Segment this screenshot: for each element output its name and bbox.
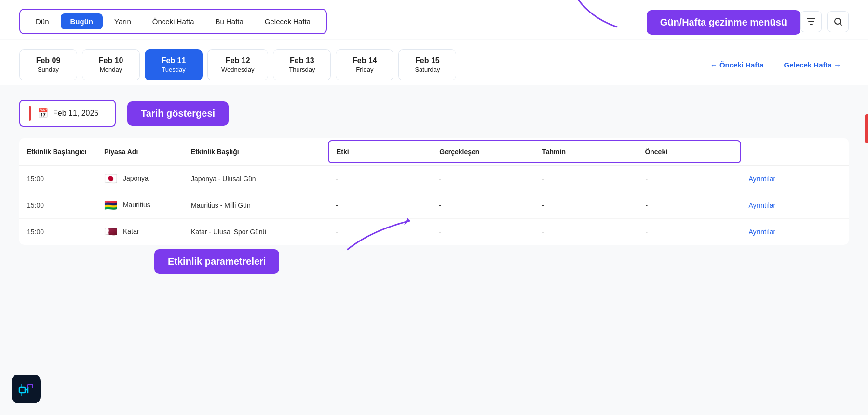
logo	[12, 375, 41, 403]
date-indicator-row: 📅 Feb 11, 2025 Tarih göstergesi	[19, 100, 849, 127]
cell-time: 15:00	[19, 192, 96, 219]
cell-gerceklesen: -	[431, 219, 534, 245]
day-btn-feb-09[interactable]: Feb 09Sunday	[19, 49, 77, 80]
th-onceki: Önceki	[637, 141, 740, 162]
cell-title: Japonya - Ulusal Gün	[183, 166, 328, 192]
cell-onceki: -	[637, 219, 741, 245]
country-name: Mauritius	[123, 201, 150, 209]
tarih-callout: Tarih göstergesi	[127, 101, 229, 126]
cell-tahmin: -	[534, 166, 637, 192]
filter-button[interactable]	[800, 11, 822, 32]
cell-title: Mauritius - Milli Gün	[183, 192, 328, 219]
country-flag: 🇲🇺	[104, 199, 117, 211]
nav-btn-dun[interactable]: Dün	[26, 13, 59, 29]
svg-rect-4	[28, 384, 33, 388]
cell-tahmin: -	[534, 192, 637, 219]
red-bar-indicator	[865, 114, 868, 143]
cell-time: 15:00	[19, 219, 96, 245]
table-row: 15:00 🇶🇦 Katar Katar - Ulusal Spor Günü …	[19, 219, 849, 245]
day-name: Thursday	[289, 66, 315, 73]
cell-gerceklesen: -	[431, 166, 534, 192]
filter-icon	[806, 16, 816, 27]
date-indicator[interactable]: 📅 Feb 11, 2025	[19, 100, 116, 127]
nav-btn-onceki_hafta[interactable]: Önceki Hafta	[143, 13, 204, 29]
day-name: Sunday	[38, 66, 59, 73]
th-etkinlik-basligi: Etkinlik Başlığı	[183, 138, 328, 166]
nav-btn-gelecek_hafta[interactable]: Gelecek Hafta	[255, 13, 320, 29]
nav-btn-bu_hafta[interactable]: Bu Hafta	[205, 13, 253, 29]
week-nav: Feb 09SundayFeb 10MondayFeb 11TuesdayFeb…	[0, 40, 868, 85]
search-icon	[833, 16, 843, 27]
calendar-icon: 📅	[38, 108, 48, 119]
th-etkinlik-baslangici: Etkinlik Başlangıcı	[19, 138, 96, 166]
day-name: Monday	[100, 66, 122, 73]
param-arrow	[333, 216, 429, 254]
gun-hafta-arrow	[569, 0, 627, 32]
country-flag: 🇶🇦	[104, 226, 117, 238]
nav-button-group: DünBugünYarınÖnceki HaftaBu HaftaGelecek…	[19, 9, 327, 34]
table-row: 15:00 🇲🇺 Mauritius Mauritius - Milli Gün…	[19, 192, 849, 219]
cell-tahmin: -	[534, 219, 637, 245]
next-week-button[interactable]: Gelecek Hafta →	[776, 57, 849, 73]
cell-etki: -	[328, 166, 431, 192]
day-btn-feb-12[interactable]: Feb 12Wednesday	[207, 49, 268, 80]
day-date: Feb 13	[290, 56, 314, 65]
day-name: Saturday	[415, 66, 440, 73]
param-annotation-container: Etkinlik parametreleri	[154, 249, 279, 274]
events-table: Etkinlik Başlangıcı Piyasa Adı Etkinlik …	[19, 138, 849, 245]
date-value: Feb 11, 2025	[53, 109, 98, 118]
logo-icon	[17, 380, 35, 398]
cell-etki: -	[328, 192, 431, 219]
day-btn-feb-11[interactable]: Feb 11Tuesday	[145, 49, 203, 80]
th-etki-group: Etki Gerçekleşen Tahmin Önceki	[328, 138, 741, 166]
cell-country: 🇯🇵 Japonya	[96, 166, 183, 192]
th-actions	[741, 138, 849, 166]
table-row: 15:00 🇯🇵 Japonya Japonya - Ulusal Gün - …	[19, 166, 849, 192]
svg-point-0	[835, 18, 841, 24]
cell-country: 🇶🇦 Katar	[96, 219, 183, 245]
th-tahmin: Tahmin	[534, 141, 637, 162]
country-name: Katar	[123, 228, 139, 235]
detail-link[interactable]: Ayrıntılar	[749, 228, 776, 236]
th-gerceklesen: Gerçekleşen	[432, 141, 534, 162]
detail-link[interactable]: Ayrıntılar	[749, 175, 776, 183]
day-date: Feb 10	[99, 56, 123, 65]
day-name: Wednesday	[221, 66, 254, 73]
day-date: Feb 11	[162, 56, 186, 65]
country-flag: 🇯🇵	[104, 173, 117, 185]
day-btn-feb-10[interactable]: Feb 10Monday	[82, 49, 140, 80]
gun-hafta-callout: Gün/Hafta gezinme menüsü	[647, 10, 800, 35]
day-date: Feb 15	[415, 56, 440, 65]
param-callout: Etkinlik parametreleri	[154, 249, 279, 274]
svg-rect-3	[19, 387, 25, 393]
table-header-row: Etkinlik Başlangıcı Piyasa Adı Etkinlik …	[19, 138, 849, 166]
cell-time: 15:00	[19, 166, 96, 192]
events-tbody: 15:00 🇯🇵 Japonya Japonya - Ulusal Gün - …	[19, 166, 849, 245]
cell-country: 🇲🇺 Mauritius	[96, 192, 183, 219]
day-btn-feb-14[interactable]: Feb 14Friday	[336, 49, 393, 80]
prev-week-button[interactable]: ← Önceki Hafta	[703, 57, 772, 73]
svg-marker-2	[404, 218, 410, 225]
cell-detail[interactable]: Ayrıntılar	[741, 192, 849, 219]
cell-title: Katar - Ulusal Spor Günü	[183, 219, 328, 245]
day-date: Feb 12	[226, 56, 250, 65]
day-name: Tuesday	[162, 66, 185, 73]
day-date: Feb 09	[36, 56, 61, 65]
detail-link[interactable]: Ayrıntılar	[749, 201, 776, 209]
cell-onceki: -	[637, 192, 741, 219]
search-button[interactable]	[827, 11, 849, 32]
nav-btn-bugun[interactable]: Bugün	[61, 13, 103, 29]
date-bar-accent	[29, 106, 31, 121]
day-name: Friday	[356, 66, 373, 73]
nav-btn-yarin[interactable]: Yarın	[105, 13, 141, 29]
table-container: Etkinlik Başlangıcı Piyasa Adı Etkinlik …	[19, 138, 849, 245]
country-name: Japonya	[123, 174, 149, 182]
day-btn-feb-15[interactable]: Feb 15Saturday	[398, 49, 456, 80]
day-btn-feb-13[interactable]: Feb 13Thursday	[273, 49, 331, 80]
cell-gerceklesen: -	[431, 192, 534, 219]
cell-detail[interactable]: Ayrıntılar	[741, 166, 849, 192]
cell-detail[interactable]: Ayrıntılar	[741, 219, 849, 245]
day-date: Feb 14	[353, 56, 377, 65]
main-content: 📅 Feb 11, 2025 Tarih göstergesi Etkinlik…	[0, 85, 868, 254]
th-etki: Etki	[329, 141, 432, 162]
